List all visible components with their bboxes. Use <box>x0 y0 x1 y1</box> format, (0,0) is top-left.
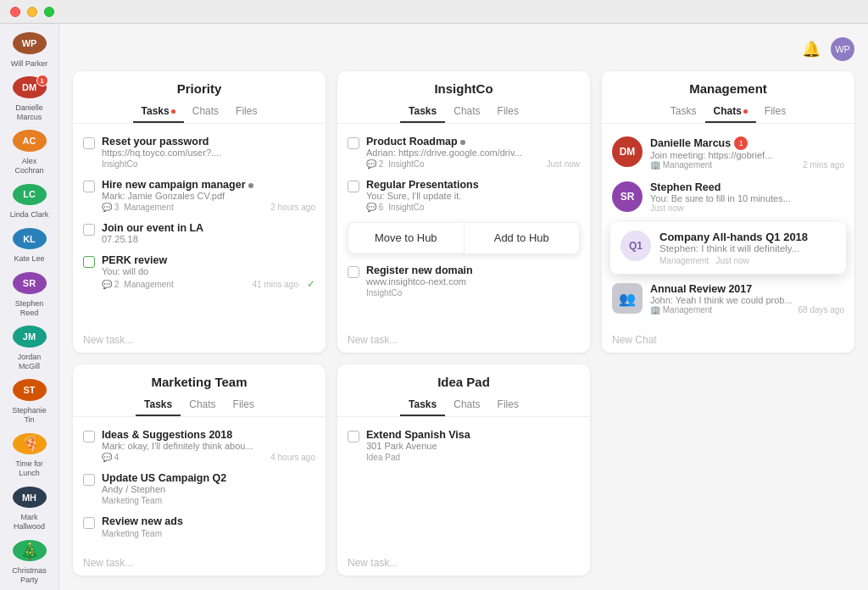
tab-files-insightco[interactable]: Files <box>489 101 527 123</box>
sidebar-item-danielle-marcus[interactable]: DM 1 <box>13 76 47 98</box>
minimize-button[interactable] <box>27 7 37 17</box>
task-meta: 💬 2 InsightCo Just now <box>366 159 580 169</box>
task-sub: Mark: Jamie Gonzales CV.pdf <box>102 191 315 201</box>
sidebar-label-linda-clark: Linda Clark <box>10 210 49 220</box>
tab-tasks-management[interactable]: Tasks <box>662 101 705 123</box>
tooltip-message: Stephen: I think it will definitely... <box>659 243 808 253</box>
tab-tasks-marketing[interactable]: Tasks <box>136 394 181 416</box>
task-sub: 301 Park Avenue <box>366 441 580 451</box>
new-chat-button[interactable]: New Chat <box>602 327 854 353</box>
task-checkbox[interactable] <box>348 137 359 149</box>
chat-avatar: SR <box>612 181 643 212</box>
sidebar-item-alex-cochran[interactable]: AC <box>13 130 47 152</box>
task-item[interactable]: PERK review You: will do 💬 2 Management … <box>73 249 326 295</box>
maximize-button[interactable] <box>44 7 54 17</box>
chat-name: Annual Review 2017 <box>650 283 844 295</box>
new-task-button[interactable]: New task... <box>73 550 326 576</box>
tab-chats-priority[interactable]: Chats <box>184 101 227 123</box>
titlebar <box>0 0 868 24</box>
task-title: Hire new campaign manager <box>102 179 315 191</box>
tab-chats-ideapad[interactable]: Chats <box>445 394 488 416</box>
task-checkbox[interactable] <box>83 137 95 149</box>
tab-chats-management[interactable]: Chats <box>705 101 756 123</box>
tab-files-marketing[interactable]: Files <box>225 394 263 416</box>
sidebar-item-time-for-lunch[interactable]: 🍕 <box>13 433 47 455</box>
task-item[interactable]: Register new domain www.insightco-next.c… <box>337 259 590 303</box>
chat-time: 68 days ago <box>798 305 845 314</box>
close-button[interactable] <box>10 7 20 17</box>
user-initials: LC <box>23 189 36 199</box>
task-title: Reset your password <box>102 136 315 148</box>
sidebar-label-jordan-mcgill: JordanMcGill <box>18 353 42 371</box>
sidebar-label-will-parker: Will Parker <box>11 59 48 69</box>
task-item[interactable]: Regular Presentations You: Sure, I'll up… <box>337 174 590 217</box>
task-item[interactable]: Review new ads Marketing Team <box>73 510 326 543</box>
chat-item[interactable]: SR Stephen Reed You: Be sure to fill in … <box>602 175 854 219</box>
task-meta: 💬 4 4 hours ago <box>102 453 315 462</box>
sidebar-item-mark-hallwood[interactable]: MH <box>13 487 47 509</box>
sidebar-item-stephanie-tin[interactable]: ST <box>13 379 47 401</box>
task-checkbox[interactable] <box>83 256 95 268</box>
chat-content: Stephen Reed You: Be sure to fill in 10 … <box>650 181 844 213</box>
task-item[interactable]: Join our event in LA 07.25.18 <box>73 217 326 249</box>
sidebar-item-linda-clark[interactable]: LC <box>13 184 47 206</box>
sidebar-item-will-parker[interactable]: WP <box>13 32 47 54</box>
task-team: InsightCo <box>366 288 402 298</box>
task-content: Review new ads Marketing Team <box>102 515 315 538</box>
tab-tasks-ideapad[interactable]: Tasks <box>400 394 445 416</box>
sidebar-label-stephen-reed: StephenReed <box>15 299 44 318</box>
move-to-hub-button[interactable]: Move to Hub <box>348 223 465 253</box>
chat-meta: Just now <box>650 203 844 213</box>
sidebar-item-jordan-mcgill[interactable]: JM <box>13 326 47 348</box>
task-item[interactable]: Reset your password https://hq.toyco.com… <box>73 131 326 174</box>
comment-count: 💬 3 <box>102 203 119 212</box>
tab-files-management[interactable]: Files <box>756 101 794 123</box>
sidebar: WP Will Parker DM 1 DanielleMarcus AC Al… <box>0 24 59 590</box>
tab-chats-marketing[interactable]: Chats <box>181 394 224 416</box>
bell-icon[interactable]: 🔔 <box>802 40 821 58</box>
sidebar-item-christmas-party[interactable]: 🎄 <box>13 540 47 562</box>
user-initials: MH <box>22 493 36 503</box>
task-checkbox[interactable] <box>83 517 95 529</box>
tab-files-priority[interactable]: Files <box>227 101 265 123</box>
chat-item[interactable]: 👥 Annual Review 2017 John: Yeah I think … <box>602 277 854 320</box>
new-task-button[interactable]: New task... <box>337 327 590 353</box>
new-task-button[interactable]: New task... <box>73 327 326 353</box>
tab-chats-insightco[interactable]: Chats <box>445 101 488 123</box>
task-item[interactable]: Ideas & Suggestions 2018 Mark: okay, I'l… <box>73 424 326 467</box>
task-checkbox[interactable] <box>348 266 359 278</box>
task-sub: Adrian: https://drive.google.com/driv... <box>366 148 580 158</box>
task-team: InsightCo <box>388 159 424 169</box>
new-task-button[interactable]: New task... <box>337 550 590 576</box>
group-emoji: 🎄 <box>20 542 39 560</box>
sidebar-item-kate-lee[interactable]: KL <box>13 228 47 250</box>
task-item[interactable]: Extend Spanish Visa 301 Park Avenue Idea… <box>337 424 590 467</box>
task-checkbox[interactable] <box>83 181 95 192</box>
tooltip-title: Company All-hands Q1 2018 <box>659 231 808 243</box>
task-checkbox[interactable] <box>348 431 359 442</box>
comment-count: 💬 4 <box>102 453 119 462</box>
chat-item[interactable]: DM Danielle Marcus 1 Join meeting: https… <box>602 131 854 175</box>
chat-team: 🏢 Management <box>650 160 712 170</box>
task-checkbox[interactable] <box>348 181 359 192</box>
management-body: DM Danielle Marcus 1 Join meeting: https… <box>602 124 854 327</box>
task-time: 2 hours ago <box>270 203 315 212</box>
task-item[interactable]: Update US Campaign Q2 Andy / Stephen Mar… <box>73 467 326 510</box>
sidebar-label-christmas-party: ChristmasParty <box>12 566 47 585</box>
comment-count: 💬 2 <box>102 280 119 289</box>
tab-tasks-priority[interactable]: Tasks <box>133 101 184 123</box>
task-checkbox[interactable] <box>83 224 95 236</box>
task-checkbox[interactable] <box>83 431 95 442</box>
sidebar-item-stephen-reed[interactable]: SR <box>13 272 47 294</box>
task-meta: 💬 3 Management 2 hours ago <box>102 203 315 212</box>
task-checkbox[interactable] <box>83 474 95 486</box>
tab-files-ideapad[interactable]: Files <box>489 394 527 416</box>
task-content: Update US Campaign Q2 Andy / Stephen Mar… <box>102 472 315 505</box>
task-title: Review new ads <box>102 515 315 527</box>
add-to-hub-button[interactable]: Add to Hub <box>465 223 580 253</box>
current-user-avatar[interactable]: WP <box>831 37 854 61</box>
tooltip-meta: Management Just now <box>659 256 808 265</box>
tab-tasks-insightco[interactable]: Tasks <box>400 101 445 123</box>
task-item[interactable]: Hire new campaign manager Mark: Jamie Go… <box>73 174 326 217</box>
task-item[interactable]: Product Roadmap Adrian: https://drive.go… <box>337 131 590 174</box>
